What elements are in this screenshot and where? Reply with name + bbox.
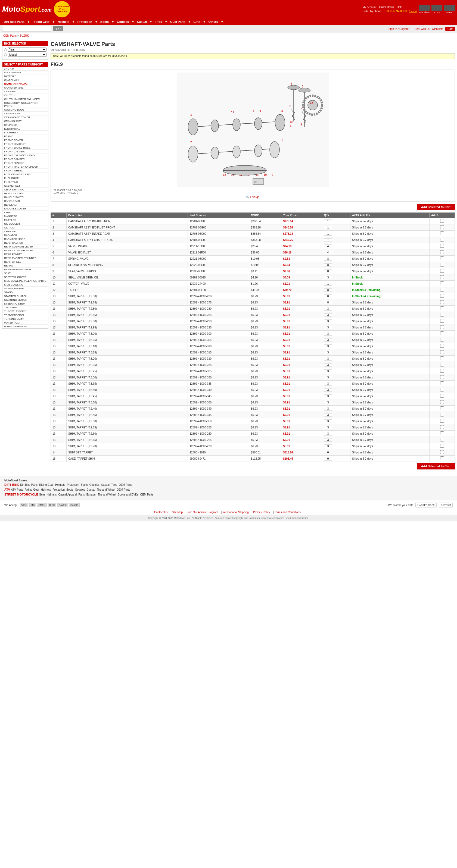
add-checkbox[interactable] [440, 425, 444, 429]
sidebar-parts-item[interactable]: HANDLE LEVER [2, 191, 48, 195]
add-checkbox[interactable] [440, 338, 444, 341]
atv-cat[interactable]: ATVs [431, 5, 442, 14]
add-checkbox[interactable] [440, 219, 444, 223]
nav-gifts[interactable]: Gifts [192, 20, 202, 24]
qty-input[interactable] [324, 395, 332, 398]
qty-input[interactable] [324, 438, 332, 442]
add-checkbox[interactable] [440, 350, 444, 354]
add-checkbox[interactable] [440, 325, 444, 329]
sidebar-parts-item[interactable]: FRAME [2, 134, 48, 138]
add-checkbox[interactable] [440, 281, 444, 285]
qty-input[interactable] [324, 319, 332, 323]
footer-link[interactable]: Contact Us [154, 511, 168, 514]
sidebar-parts-item[interactable]: FRAME COVER [2, 138, 48, 142]
add-checkbox[interactable] [440, 419, 444, 423]
cell-qty[interactable] [322, 274, 350, 281]
cell-qty[interactable] [322, 387, 350, 393]
add-checkbox[interactable] [440, 406, 444, 410]
cell-qty[interactable] [322, 237, 350, 243]
dirt-bike-link[interactable]: Riding Gear [39, 483, 54, 486]
hours-link[interactable]: (hours) [409, 10, 417, 13]
sidebar-parts-item[interactable]: FRONT CYLINDER HEAD [2, 154, 48, 157]
nav-oem-parts[interactable]: OEM Parts [169, 20, 187, 24]
nav-tires[interactable]: Tires [153, 20, 164, 24]
sidebar-parts-item[interactable]: REAR FENDER [2, 252, 48, 256]
cell-add[interactable] [430, 293, 455, 299]
qty-input[interactable] [324, 263, 332, 267]
sidebar-parts-item[interactable]: SEAT TAIL COVER [2, 275, 48, 279]
add-checkbox[interactable] [440, 238, 444, 242]
qty-input[interactable] [324, 282, 332, 285]
cell-add[interactable] [430, 387, 455, 393]
qty-input[interactable] [324, 301, 332, 304]
cell-add[interactable] [430, 256, 455, 262]
cell-add[interactable] [430, 437, 455, 443]
atv-link[interactable]: Goggles [75, 488, 85, 491]
cell-add[interactable] [430, 274, 455, 281]
cell-add[interactable] [430, 368, 455, 374]
cell-qty[interactable] [322, 231, 350, 237]
add-checkbox[interactable] [440, 388, 444, 392]
sidebar-parts-item[interactable]: TAIL LAMP [2, 306, 48, 309]
qty-input[interactable] [324, 407, 332, 410]
cell-qty[interactable] [322, 318, 350, 324]
cell-add[interactable] [430, 337, 455, 343]
cell-add[interactable] [430, 431, 455, 437]
cell-qty[interactable] [322, 406, 350, 412]
cell-add[interactable] [430, 381, 455, 387]
wish-lists-link[interactable]: Wish lists [432, 27, 443, 30]
sidebar-parts-item[interactable]: CLUTCH [2, 93, 48, 97]
add-to-cart-top-button[interactable]: Add Selected to Cart [417, 204, 455, 210]
add-checkbox[interactable] [440, 413, 444, 416]
cell-qty[interactable] [322, 418, 350, 424]
qty-input[interactable] [324, 288, 332, 292]
qty-input[interactable] [324, 376, 332, 379]
dirt-bike-link[interactable]: Casual [101, 483, 110, 486]
cell-qty[interactable] [322, 306, 350, 312]
cell-add[interactable] [430, 412, 455, 418]
cell-qty[interactable] [322, 368, 350, 374]
sidebar-parts-item[interactable]: WIRING HARNESS [2, 324, 48, 329]
cell-add[interactable] [430, 443, 455, 450]
cell-add[interactable] [430, 318, 455, 324]
dirt-bike-link[interactable]: Tires [111, 483, 117, 486]
qty-input[interactable] [324, 363, 332, 367]
cell-qty[interactable] [322, 431, 350, 437]
sidebar-parts-item[interactable]: TRANSMISSION [2, 313, 48, 317]
sidebar-parts-item[interactable]: ELECTRICAL [2, 127, 48, 131]
cell-qty[interactable] [322, 381, 350, 387]
radio-year[interactable] [4, 49, 7, 51]
sidebar-parts-item[interactable]: CYLINDER [2, 123, 48, 127]
nav-others[interactable]: Others [207, 20, 219, 24]
add-checkbox[interactable] [440, 332, 444, 335]
sidebar-parts-item[interactable]: REAR CUSHION LEVER [2, 245, 48, 249]
dirt-bike-link[interactable]: Dirt Bike Parts [20, 483, 37, 486]
sidebar-parts-item[interactable]: CLUTCH MASTER CYLINDER [2, 97, 48, 101]
sidebar-parts-item[interactable]: 2ND AIR [2, 67, 48, 71]
add-checkbox[interactable] [440, 256, 444, 260]
cell-qty[interactable] [322, 281, 350, 287]
cell-add[interactable] [430, 262, 455, 268]
cell-qty[interactable] [322, 450, 350, 456]
atv-link[interactable]: Riding Gear [25, 488, 39, 491]
qty-input[interactable] [324, 238, 332, 242]
add-checkbox[interactable] [440, 231, 444, 235]
cell-qty[interactable] [322, 443, 350, 450]
sidebar-parts-item[interactable]: CRANKSHAFT [2, 119, 48, 123]
sidebar-parts-item[interactable]: WATER PUMP [2, 321, 48, 324]
add-checkbox[interactable] [440, 356, 444, 360]
street-link[interactable]: Casual Apparel [58, 493, 77, 496]
nav-goggles[interactable]: Goggles [115, 20, 131, 24]
sidebar-parts-item[interactable]: FRONT MASTER CYLINDER [2, 165, 48, 169]
sidebar-parts-item[interactable]: MAGNETO [2, 214, 48, 218]
add-checkbox[interactable] [440, 369, 444, 373]
cell-add[interactable] [430, 281, 455, 287]
add-checkbox[interactable] [440, 363, 444, 367]
cell-add[interactable] [430, 331, 455, 337]
atv-link[interactable]: Casual [87, 488, 95, 491]
cell-qty[interactable] [322, 355, 350, 362]
cell-add[interactable] [430, 249, 455, 256]
qty-input[interactable] [324, 307, 332, 311]
cell-add[interactable] [430, 362, 455, 368]
cell-qty[interactable] [322, 393, 350, 399]
